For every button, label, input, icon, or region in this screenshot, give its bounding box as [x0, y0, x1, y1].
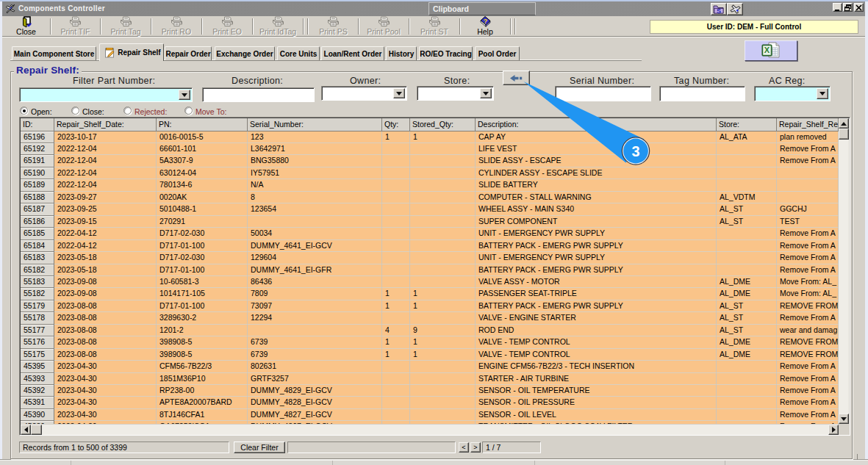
svg-text:3: 3 — [631, 143, 639, 159]
